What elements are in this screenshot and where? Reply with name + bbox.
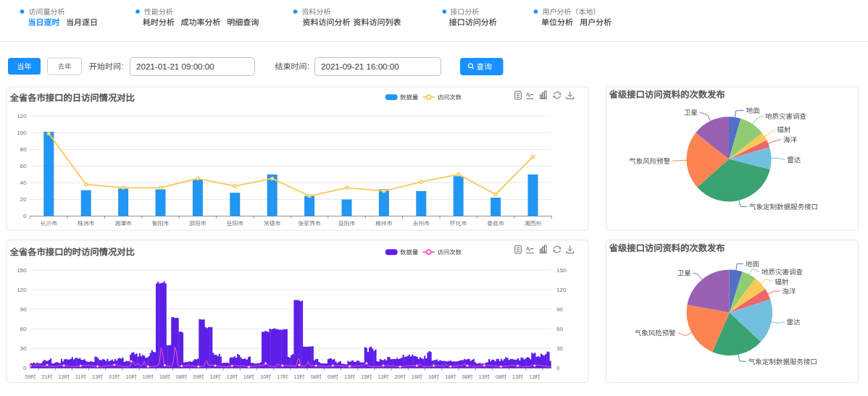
svg-text:13: 13: [92, 374, 98, 380]
svg-text:40: 40: [20, 180, 27, 186]
svg-text:11: 11: [75, 374, 80, 380]
svg-text:17: 17: [277, 374, 283, 380]
svg-text:120: 120: [17, 113, 27, 119]
svg-text:13: 13: [344, 374, 350, 380]
svg-text:08: 08: [462, 374, 467, 380]
svg-text:15: 15: [361, 374, 367, 380]
svg-text:120: 120: [17, 287, 27, 293]
svg-text:60: 60: [20, 163, 27, 169]
svg-text:90: 90: [556, 306, 563, 313]
svg-text:08: 08: [496, 374, 501, 380]
svg-text:0: 0: [23, 213, 27, 219]
svg-text:13: 13: [293, 374, 299, 380]
svg-text:21: 21: [41, 374, 47, 380]
svg-text:16: 16: [412, 374, 417, 380]
svg-text:10: 10: [260, 374, 266, 380]
svg-text:2021-01-21 09:00:00: 2021-01-21 09:00:00: [136, 62, 214, 71]
svg-text:19: 19: [143, 374, 149, 380]
svg-text::: :: [122, 62, 124, 70]
svg-text:30: 30: [20, 345, 27, 352]
svg-text:100: 100: [17, 130, 27, 136]
svg-text:08: 08: [311, 374, 317, 380]
svg-text:16: 16: [445, 374, 451, 380]
svg-text:09: 09: [327, 374, 333, 380]
svg-text:16: 16: [159, 374, 165, 380]
svg-text:13: 13: [59, 374, 64, 380]
svg-text:150: 150: [17, 267, 27, 274]
svg-text:13: 13: [227, 374, 233, 380]
svg-text:2021-09-21 16:00:00: 2021-09-21 16:00:00: [321, 62, 399, 71]
svg-text:16: 16: [243, 374, 249, 380]
svg-text:01: 01: [109, 374, 114, 380]
svg-text:13: 13: [512, 374, 518, 380]
svg-text::: :: [307, 62, 309, 70]
svg-text:60: 60: [556, 326, 563, 332]
svg-text:120: 120: [556, 287, 567, 293]
svg-text:0: 0: [556, 365, 560, 371]
svg-text:60: 60: [20, 326, 27, 332]
svg-text:09: 09: [25, 374, 30, 380]
svg-text:08: 08: [176, 374, 182, 380]
svg-text:0: 0: [23, 365, 27, 371]
svg-text:80: 80: [20, 146, 27, 153]
svg-text:30: 30: [556, 345, 563, 352]
svg-text:13: 13: [377, 374, 383, 380]
svg-text:10: 10: [125, 374, 131, 380]
svg-text:10: 10: [209, 374, 215, 380]
svg-text:90: 90: [20, 306, 27, 313]
svg-text:150: 150: [556, 267, 567, 274]
svg-text:13: 13: [529, 374, 535, 380]
svg-text:16: 16: [428, 374, 434, 380]
svg-text:20: 20: [20, 196, 27, 203]
svg-text:20: 20: [395, 374, 401, 380]
svg-text:09: 09: [193, 374, 199, 380]
svg-text:13: 13: [479, 374, 485, 380]
